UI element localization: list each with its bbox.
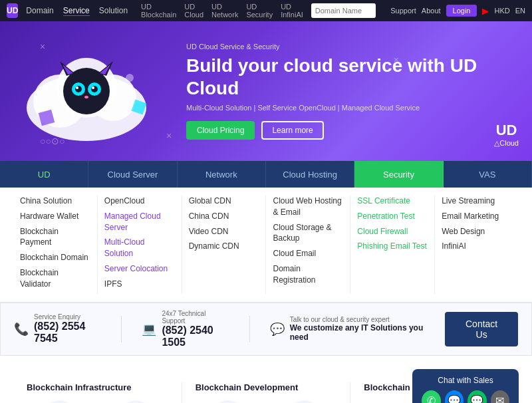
svg-point-13 [76, 86, 78, 89]
blockchain-gamefi[interactable]: 🎮 GameFi Solutions [271, 400, 336, 403]
menu-cloud-firewall[interactable]: Cloud Firewall [357, 226, 428, 237]
email-icon: ✉ [495, 394, 504, 403]
menu-managed-cloud[interactable]: Managed Cloud Server [104, 211, 175, 233]
hero-buttons: Cloud Pricing Learn more [186, 121, 512, 140]
hero-content: UD Cloud Service & Security Build your c… [186, 43, 512, 139]
blockchain-dev-items: 💎 Decentralized Finance (DeFi) Solutions… [196, 400, 337, 403]
menu-blockchain-domain[interactable]: Blockchain Domain [20, 252, 90, 263]
wechat-button[interactable]: 💬 [467, 390, 487, 403]
menu-china-solution[interactable]: China Solution [20, 196, 90, 207]
menu-cloud-storage[interactable]: Cloud Storage & Backup [273, 222, 343, 245]
menu-blockchain-validator[interactable]: Blockchain Validator [20, 267, 90, 290]
nav-domain[interactable]: Domain [26, 6, 53, 16]
badge-ud: UD [494, 122, 519, 139]
nav-main-links: Domain Service Solution [26, 6, 128, 16]
contact-item-3: 💬 Talk to our cloud & security expert We… [270, 316, 426, 342]
blockchain-defi[interactable]: 💎 Decentralized Finance (DeFi) Solutions [196, 400, 261, 403]
dropdown-col-4: Cloud Web Hosting & Email Cloud Storage … [266, 196, 350, 294]
menu-multicloud[interactable]: Multi-Cloud Solution [104, 237, 175, 259]
nav-cloud[interactable]: UD Cloud [184, 3, 203, 19]
menu-ssl[interactable]: SSL Certificate [357, 196, 428, 207]
contact-customize-text: We customize any IT Solutions you need [290, 323, 426, 342]
chat-widget: Chat with Sales ✆ 💬 💬 ✉ [412, 369, 519, 403]
nav-network[interactable]: UD Network [211, 3, 238, 19]
menu-global-cdn[interactable]: Global CDN [189, 196, 259, 207]
learn-more-button[interactable]: Learn more [261, 121, 323, 140]
menu-cloud-email[interactable]: Cloud Email [273, 248, 343, 259]
service-nav-cloudserver[interactable]: Cloud Server [88, 161, 177, 188]
service-nav-security[interactable]: Security [354, 161, 443, 188]
chat-buttons: ✆ 💬 💬 ✉ [422, 390, 509, 403]
menu-video-cdn[interactable]: Video CDN [189, 226, 259, 237]
menu-blockchain-payment[interactable]: Blockchain Payment [20, 226, 90, 249]
menu-pen-test[interactable]: Penetration Test [357, 211, 428, 222]
menu-dynamic-cdn[interactable]: Dynamic CDN [189, 241, 259, 252]
messenger-button[interactable]: 💬 [445, 390, 464, 403]
menu-live-streaming[interactable]: Live Streaming [442, 196, 512, 207]
menu-hardware-wallet[interactable]: Hardware Wallet [20, 211, 90, 222]
email-button[interactable]: ✉ [491, 390, 510, 403]
blockchain-infra-title: Blockchain Infrastructure [27, 382, 168, 392]
menu-china-cdn[interactable]: China CDN [189, 211, 259, 222]
menu-domain-registration[interactable]: Domain Registration [273, 263, 343, 286]
login-button[interactable]: Login [446, 5, 477, 17]
svg-point-12 [91, 86, 98, 92]
baas-icon: 🔗 [43, 400, 75, 403]
search-input[interactable] [311, 3, 376, 18]
blockchain-col-dev: Blockchain Development 💎 Decentralized F… [196, 382, 337, 403]
menu-opencloud[interactable]: OpenCloud [104, 196, 175, 207]
mascot-container: ○○⊙○ [13, 28, 173, 154]
language-selector[interactable]: EN [515, 7, 525, 15]
nav-about[interactable]: About [422, 7, 441, 15]
dropdown-col-6: Live Streaming Email Marketing Web Desig… [435, 196, 519, 294]
menu-web-design[interactable]: Web Design [442, 226, 512, 237]
contact-us-button[interactable]: Contact Us [445, 312, 518, 346]
nav-right: Support About Login ▶ HKD EN [390, 5, 525, 17]
dropdown-col-3: Global CDN China CDN Video CDN Dynamic C… [182, 196, 267, 294]
badge-cloud: △Cloud [494, 139, 519, 148]
nav-security[interactable]: UD Security [246, 3, 273, 19]
menu-infiiai[interactable]: InfiniAI [442, 241, 512, 252]
contact-info-1: Service Enquiry (852) 2554 7545 [34, 313, 101, 344]
hero-section: ○○⊙○ × × × UD Cloud Service & Security B… [0, 21, 532, 161]
phone-icon-1: 📞 [14, 322, 29, 336]
nav-service[interactable]: Service [63, 6, 90, 16]
contact-item-2: 💻 24x7 Technical Support (852) 2540 1505 [142, 310, 229, 348]
blockchain-divider-1 [182, 382, 182, 403]
nav-solution[interactable]: Solution [99, 6, 128, 16]
contact-phone-1[interactable]: (852) 2554 7545 [34, 321, 101, 344]
contact-info-3: Talk to our cloud & security expert We c… [290, 316, 426, 342]
service-nav-network[interactable]: Network [178, 161, 266, 188]
menu-server-colocation[interactable]: Server Colocation [104, 263, 175, 275]
menu-email-marketing[interactable]: Email Marketing [442, 211, 512, 222]
cloud-pricing-button[interactable]: Cloud Pricing [186, 121, 255, 140]
svg-point-19 [126, 74, 134, 82]
whatsapp-button[interactable]: ✆ [422, 390, 441, 403]
hero-title: Build your cloud service with UD Cloud [186, 55, 512, 99]
nav-sections: UD Blockchain UD Cloud UD Network UD Sec… [141, 3, 303, 19]
menu-ipfs[interactable]: IPFS [104, 279, 175, 290]
service-nav-cloudhosting[interactable]: Cloud Hosting [266, 161, 354, 188]
currency-selector[interactable]: HKD [494, 7, 509, 15]
whatsapp-icon: ✆ [427, 394, 436, 403]
nav-support[interactable]: Support [390, 7, 416, 15]
menu-cloud-webhosting[interactable]: Cloud Web Hosting & Email [273, 196, 343, 218]
contact-phone-2[interactable]: (852) 2540 1505 [162, 325, 229, 348]
menu-phishing[interactable]: Phishing Email Test [357, 241, 428, 252]
defi-icon: 💎 [212, 400, 244, 403]
service-nav-ud[interactable]: UD [0, 161, 88, 188]
chat-title: Chat with Sales [422, 376, 509, 385]
blockchain-dev-title: Blockchain Development [196, 382, 337, 392]
blockchain-infra-items: 🔗 Blockchain as a Service (BaaS) 🌐 Priva… [27, 400, 168, 403]
youtube-icon[interactable]: ▶ [482, 6, 489, 16]
dropdown-col-5: SSL Certificate Penetration Test Cloud F… [350, 196, 435, 294]
nav-infiiai[interactable]: UD InfiniAI [281, 3, 303, 19]
ud-logo[interactable]: UD [7, 3, 18, 18]
blockchain-public[interactable]: 🌐 Private & Public blockchain [102, 400, 168, 403]
search-box[interactable]: 🔍 [311, 3, 376, 18]
contact-info-2: 24x7 Technical Support (852) 2540 1505 [162, 310, 229, 348]
nav-blockchain[interactable]: UD Blockchain [141, 3, 176, 19]
phone-icon-2: 💻 [142, 322, 156, 336]
blockchain-baas[interactable]: 🔗 Blockchain as a Service (BaaS) [27, 400, 92, 403]
service-nav-vas[interactable]: VAS [444, 161, 532, 188]
